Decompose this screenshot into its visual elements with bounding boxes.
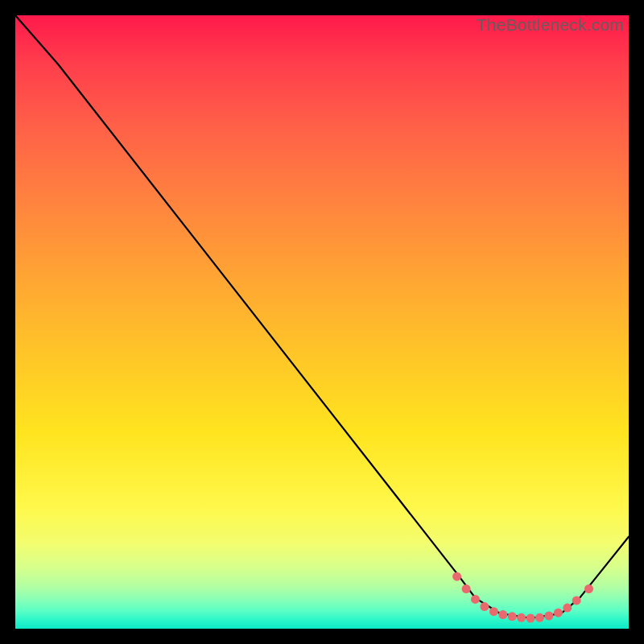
curve-dot — [554, 609, 563, 617]
watermark-text: TheBottleneck.com — [477, 15, 624, 35]
curve-dot — [535, 613, 544, 622]
chart-stage: TheBottleneck.com — [0, 0, 644, 644]
curve-dot — [480, 602, 489, 611]
curve-dot — [526, 614, 535, 623]
curve-dot — [563, 604, 572, 613]
curve-dot — [489, 607, 498, 616]
plot-area: TheBottleneck.com — [15, 15, 629, 629]
curve-dot — [462, 584, 471, 593]
bottleneck-curve — [15, 15, 629, 618]
curve-dot — [452, 572, 461, 581]
curve-dot — [544, 612, 553, 621]
curve-dot — [508, 612, 517, 621]
curve-dot — [572, 596, 581, 605]
curve-dot — [498, 610, 507, 619]
curve-dots — [452, 572, 593, 623]
curve-dot — [471, 595, 480, 604]
curve-dot — [584, 584, 593, 593]
curve-dot — [517, 613, 526, 622]
chart-svg — [15, 15, 629, 629]
